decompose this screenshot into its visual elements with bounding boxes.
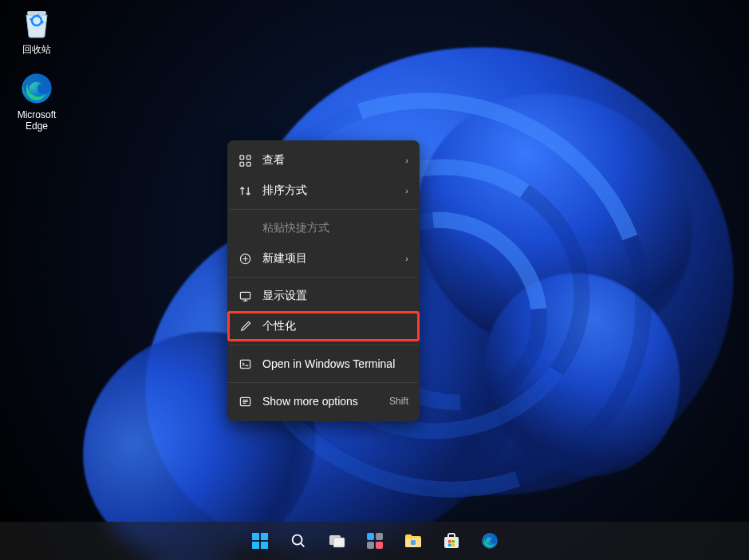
svg-rect-21 [411, 540, 416, 545]
svg-rect-22 [444, 537, 459, 548]
taskbar [0, 522, 749, 560]
menu-item-label: 显示设置 [262, 289, 307, 303]
svg-rect-15 [333, 538, 345, 547]
search-button[interactable] [282, 525, 314, 557]
menu-separator [229, 345, 418, 345]
svg-rect-2 [246, 155, 250, 159]
menu-item-label: 粘贴快捷方式 [262, 221, 329, 235]
store-icon [442, 531, 461, 550]
task-view-icon [327, 531, 346, 550]
menu-item-label: 查看 [262, 153, 285, 168]
svg-rect-10 [261, 533, 268, 540]
svg-rect-26 [451, 544, 455, 547]
more-options-icon [238, 395, 251, 408]
menu-separator [229, 382, 418, 383]
chevron-right-icon: › [405, 254, 408, 263]
widgets-button[interactable] [359, 525, 391, 557]
taskbar-center-items [244, 525, 506, 557]
svg-rect-23 [448, 540, 451, 543]
widgets-icon [365, 531, 384, 550]
desktop-icon-recycle-bin[interactable]: 回收站 [6, 5, 67, 57]
file-explorer-icon [404, 531, 423, 550]
desktop-icons-area: 回收站 Microsoft Edge [6, 5, 67, 132]
chevron-right-icon: › [405, 186, 408, 195]
blank-icon [238, 222, 251, 235]
menu-separator [229, 209, 418, 210]
menu-item-show-more-options[interactable]: Show more options Shift [227, 386, 420, 416]
windows-logo-icon [250, 531, 270, 550]
file-explorer-button[interactable] [397, 525, 429, 557]
menu-item-paste-shortcut: 粘贴快捷方式 [227, 213, 420, 243]
svg-rect-11 [252, 542, 259, 549]
menu-item-label: Show more options [262, 395, 358, 408]
menu-item-label: 个性化 [262, 319, 296, 333]
desktop-icon-edge[interactable]: Microsoft Edge [6, 71, 67, 132]
sort-icon [238, 184, 251, 197]
svg-rect-9 [252, 533, 259, 540]
svg-rect-24 [451, 540, 455, 543]
search-icon [290, 532, 307, 550]
menu-item-label: 新建项目 [262, 251, 307, 266]
desktop-icon-label: Microsoft Edge [18, 109, 57, 132]
chevron-right-icon: › [405, 156, 408, 165]
menu-item-sort[interactable]: 排序方式 › [227, 175, 420, 206]
task-view-button[interactable] [321, 525, 353, 557]
svg-rect-18 [367, 542, 374, 549]
start-button[interactable] [244, 525, 276, 557]
svg-rect-6 [240, 292, 250, 298]
grid-icon [238, 154, 251, 167]
svg-rect-17 [376, 533, 383, 540]
menu-item-label: 排序方式 [262, 183, 307, 198]
menu-item-view[interactable]: 查看 › [227, 145, 420, 175]
svg-rect-19 [376, 542, 383, 549]
microsoft-store-button[interactable] [436, 525, 467, 557]
edge-icon [19, 71, 54, 106]
desktop-context-menu: 查看 › 排序方式 › 粘贴快捷方式 新建项目 › [227, 140, 420, 421]
svg-rect-4 [246, 162, 250, 166]
menu-separator [229, 277, 418, 278]
brush-icon [238, 320, 251, 333]
edge-button[interactable] [474, 525, 506, 557]
recycle-bin-icon [19, 5, 54, 40]
menu-item-open-terminal[interactable]: Open in Windows Terminal [227, 349, 420, 379]
edge-icon [481, 532, 499, 550]
svg-rect-1 [239, 155, 243, 159]
menu-item-display-settings[interactable]: 显示设置 [227, 281, 420, 311]
svg-rect-12 [261, 542, 268, 549]
plus-circle-icon [238, 252, 251, 265]
terminal-icon [238, 357, 251, 370]
svg-rect-7 [240, 360, 250, 368]
menu-item-shortcut: Shift [389, 396, 408, 407]
svg-rect-3 [239, 162, 243, 166]
svg-point-13 [292, 535, 302, 545]
desktop-icon-label: 回收站 [22, 43, 51, 57]
menu-item-new[interactable]: 新建项目 › [227, 243, 420, 274]
svg-rect-16 [367, 533, 374, 540]
display-icon [238, 290, 251, 302]
svg-rect-25 [448, 544, 451, 547]
menu-item-personalize[interactable]: 个性化 [227, 311, 420, 341]
menu-item-label: Open in Windows Terminal [262, 357, 395, 370]
